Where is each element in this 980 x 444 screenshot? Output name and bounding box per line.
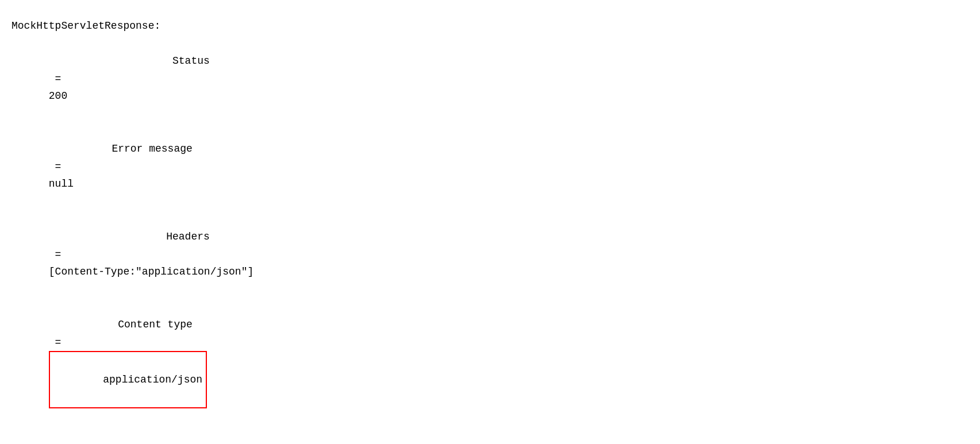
status-label: Status xyxy=(49,52,210,70)
error-message-value: null xyxy=(49,178,74,190)
output-container: MockHttpServletResponse: Status = 200 Er… xyxy=(11,17,969,444)
status-equals: = xyxy=(49,73,67,84)
error-message-label: Error message xyxy=(49,140,193,158)
status-value: 200 xyxy=(49,90,67,102)
body-line: Body = {"id":1,"type":"springboot","name… xyxy=(11,426,969,444)
error-message-line: Error message = null xyxy=(11,123,969,211)
error-message-equals: = xyxy=(49,161,67,172)
response-lines: Status = 200 Error message = null Header… xyxy=(11,35,969,444)
content-type-highlighted: application/json xyxy=(49,351,207,408)
response-title: MockHttpServletResponse: xyxy=(11,17,969,35)
content-type-line: Content type = application/json xyxy=(11,299,969,426)
headers-value: [Content-Type:"application/json"] xyxy=(49,266,253,277)
headers-equals: = xyxy=(49,249,67,260)
headers-line: Headers = [Content-Type:"application/jso… xyxy=(11,211,969,299)
status-line: Status = 200 xyxy=(11,35,969,123)
headers-label: Headers xyxy=(49,228,210,246)
content-type-label: Content type xyxy=(49,316,193,334)
content-type-equals: = xyxy=(49,337,67,348)
content-type-value: application/json xyxy=(103,374,202,385)
